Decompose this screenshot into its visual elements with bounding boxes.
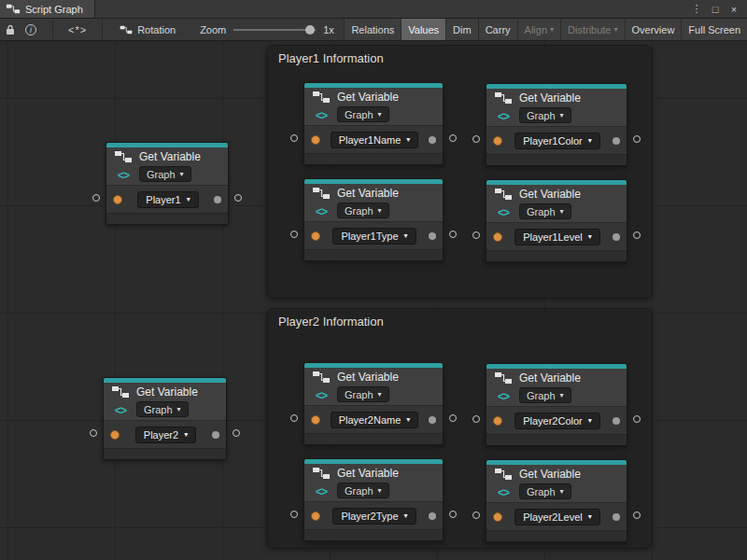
- outer-port-right[interactable]: [233, 429, 240, 437]
- graph-kind-dropdown[interactable]: Graph▾: [337, 106, 389, 122]
- caret-icon: ▾: [406, 416, 410, 424]
- script-graph-icon: [6, 4, 21, 14]
- variable-dropdown[interactable]: Player1Name▾: [331, 132, 419, 148]
- caret-icon: ▾: [184, 431, 188, 439]
- node-footer: [486, 530, 627, 541]
- outer-port-right[interactable]: [449, 134, 457, 142]
- outer-port-left[interactable]: [472, 135, 480, 143]
- code-brackets-icon: <>: [498, 390, 509, 403]
- get-variable-node-player2level[interactable]: <> Get Variable Graph▾ Player2Level▾: [486, 459, 627, 542]
- node-footer: [304, 249, 443, 260]
- get-variable-node-player1type[interactable]: <> Get Variable Graph▾ Player1Type▾: [303, 178, 444, 261]
- variable-dropdown[interactable]: Player2Level▾: [514, 509, 600, 525]
- variable-dropdown[interactable]: Player2Type▾: [332, 508, 416, 525]
- graph-kind-dropdown[interactable]: Graph▾: [139, 166, 191, 182]
- outer-port-right[interactable]: [633, 415, 641, 423]
- code-brackets-icon: <>: [498, 110, 509, 123]
- input-port[interactable]: [493, 512, 502, 522]
- outer-port-left[interactable]: [92, 194, 100, 202]
- outer-port-left[interactable]: [472, 511, 480, 519]
- caret-icon: ▾: [177, 406, 181, 413]
- value-dot: [429, 416, 436, 424]
- outer-port-right[interactable]: [633, 511, 641, 519]
- variable-dropdown[interactable]: Player1Type▾: [332, 228, 416, 245]
- variable-dropdown[interactable]: Player2Name▾: [331, 412, 419, 428]
- toolbar-button-dim[interactable]: Dim: [445, 19, 478, 40]
- variable-dropdown[interactable]: Player1▾: [137, 191, 198, 208]
- variable-dropdown[interactable]: Player2▾: [135, 427, 196, 443]
- window-menu-icon[interactable]: ⋮: [689, 3, 704, 15]
- graph-kind-dropdown[interactable]: Graph▾: [337, 386, 389, 402]
- get-variable-node-player2color[interactable]: <> Get Variable Graph▾ Player2Color▾: [486, 363, 627, 446]
- zoom-slider[interactable]: [233, 24, 316, 35]
- input-port[interactable]: [113, 195, 122, 204]
- graph-kind-dropdown[interactable]: Graph▾: [337, 483, 389, 498]
- toolbar-button-overview[interactable]: Overview: [625, 19, 682, 40]
- toolbar-button-align[interactable]: Align▾: [517, 19, 560, 40]
- code-brackets-icon: <>: [498, 206, 509, 219]
- zoom-slider-knob[interactable]: [305, 25, 315, 35]
- input-port[interactable]: [110, 430, 120, 440]
- get-variable-node-player1level[interactable]: <> Get Variable Graph▾ Player1Level▾: [486, 179, 627, 262]
- outer-port-right[interactable]: [633, 231, 641, 239]
- input-port[interactable]: [311, 415, 320, 425]
- code-brackets-icon: <>: [498, 486, 509, 499]
- outer-port-left[interactable]: [290, 414, 298, 422]
- caret-icon: ▾: [404, 232, 408, 240]
- toolbar-button-distribute[interactable]: Distribute▾: [560, 19, 624, 40]
- graph-kind-dropdown[interactable]: Graph▾: [136, 401, 189, 417]
- code-view-button[interactable]: <*>: [52, 19, 103, 40]
- info-button[interactable]: i: [21, 19, 41, 40]
- variable-dropdown[interactable]: Player1Level▾: [514, 229, 600, 245]
- input-port[interactable]: [493, 416, 502, 426]
- get-variable-node-player1color[interactable]: <> Get Variable Graph▾ Player1Color▾: [486, 83, 627, 166]
- input-port[interactable]: [311, 511, 320, 521]
- graph-kind-dropdown[interactable]: Graph▾: [519, 107, 571, 123]
- node-title: Get Variable: [337, 371, 399, 385]
- graph-breadcrumb[interactable]: Rotation: [120, 19, 176, 40]
- outer-port-right[interactable]: [234, 194, 242, 202]
- get-variable-node-player1[interactable]: <> Get Variable Graph▾ Player1▾: [106, 142, 229, 225]
- outer-port-left[interactable]: [472, 231, 480, 239]
- maximize-icon[interactable]: □: [708, 4, 723, 15]
- graph-icon: [494, 371, 513, 385]
- outer-port-left[interactable]: [290, 511, 298, 518]
- variable-dropdown[interactable]: Player1Color▾: [514, 133, 600, 149]
- outer-port-left[interactable]: [90, 429, 97, 437]
- outer-port-right[interactable]: [449, 511, 457, 518]
- input-port[interactable]: [311, 231, 320, 241]
- graph-icon: [120, 25, 133, 35]
- graph-canvas[interactable]: Player1 Information Player2 Information …: [0, 41, 747, 560]
- get-variable-node-player1name[interactable]: <> Get Variable Graph▾ Player1Name▾: [303, 82, 444, 165]
- outer-port-left[interactable]: [290, 231, 298, 238]
- get-variable-node-player2name[interactable]: <> Get Variable Graph▾ Player2Name▾: [303, 362, 444, 445]
- toolbar-button-values[interactable]: Values: [401, 19, 445, 40]
- graph-kind-dropdown[interactable]: Graph▾: [337, 203, 389, 218]
- variable-dropdown[interactable]: Player2Color▾: [514, 413, 600, 429]
- value-dot: [212, 431, 219, 439]
- graph-kind-dropdown[interactable]: Graph▾: [519, 483, 571, 499]
- outer-port-left[interactable]: [290, 134, 298, 142]
- input-port[interactable]: [493, 136, 502, 146]
- tab-script-graph[interactable]: Script Graph: [0, 0, 95, 18]
- close-icon[interactable]: ×: [726, 4, 741, 15]
- toolbar-button-carry[interactable]: Carry: [478, 19, 517, 40]
- node-title: Get Variable: [519, 468, 581, 482]
- node-footer: [304, 433, 443, 444]
- input-port[interactable]: [311, 135, 320, 145]
- toolbar-button-fullscreen[interactable]: Full Screen: [681, 19, 747, 40]
- lock-button[interactable]: [0, 19, 21, 40]
- get-variable-node-player2type[interactable]: <> Get Variable Graph▾ Player2Type▾: [303, 458, 444, 541]
- outer-port-left[interactable]: [472, 415, 480, 423]
- code-brackets-icon: <>: [118, 169, 129, 182]
- outer-port-right[interactable]: [633, 135, 641, 143]
- graph-kind-dropdown[interactable]: Graph▾: [519, 203, 571, 219]
- outer-port-right[interactable]: [449, 414, 457, 422]
- get-variable-node-player2[interactable]: <> Get Variable Graph▾ Player2▾: [103, 377, 227, 460]
- toolbar-button-relations[interactable]: Relations: [344, 19, 401, 40]
- graph-icon: [312, 467, 331, 480]
- graph-kind-dropdown[interactable]: Graph▾: [519, 387, 571, 403]
- node-footer: [486, 154, 627, 165]
- input-port[interactable]: [493, 232, 502, 242]
- outer-port-right[interactable]: [449, 231, 457, 238]
